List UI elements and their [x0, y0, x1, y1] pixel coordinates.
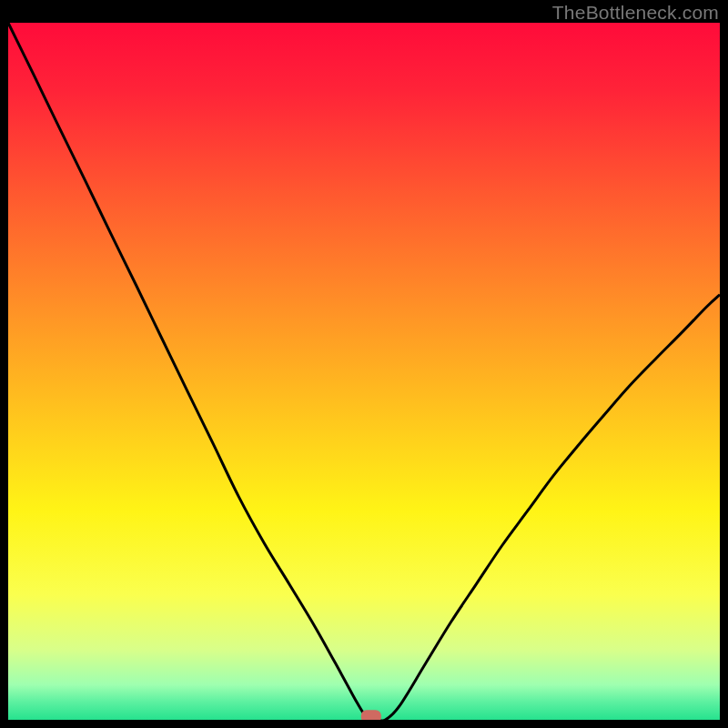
watermark-text: TheBottleneck.com — [552, 2, 719, 24]
optimal-point-marker — [361, 710, 381, 720]
bottleneck-chart — [8, 23, 720, 720]
gradient-background — [8, 23, 720, 720]
chart-frame — [8, 23, 720, 720]
